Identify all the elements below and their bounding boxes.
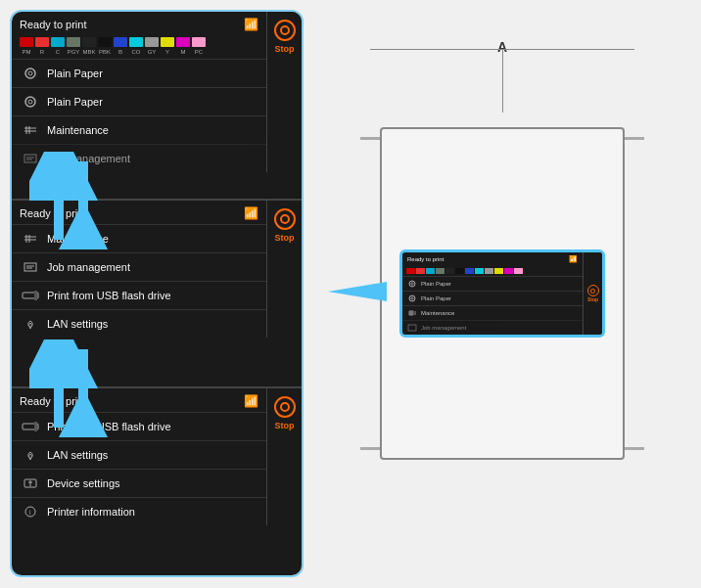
svg-marker-37	[328, 282, 387, 301]
mini-ink-pbk	[455, 268, 464, 274]
mini-plain-paper-2: Plain Paper	[421, 295, 451, 301]
menu-item-maintenance-2[interactable]: Maintenance	[12, 224, 266, 252]
printer-body: Ready to print 📶	[380, 127, 625, 460]
screen-section-1: Ready to print 📶	[12, 12, 302, 201]
usb-label-2: Print from USB flash drive	[47, 290, 171, 301]
ink-y	[161, 37, 174, 47]
stop-button-2[interactable]: Stop	[266, 201, 302, 338]
ink-co	[129, 37, 143, 47]
stop-button-1[interactable]: Stop	[266, 12, 302, 172]
lan-icon-2	[22, 317, 39, 331]
menu-item-info-3[interactable]: i Printer information	[12, 497, 266, 525]
maintenance-label-1: Maintenance	[47, 124, 109, 136]
wifi-icon-2: 📶	[244, 206, 258, 220]
mini-plain-paper-1: Plain Paper	[421, 281, 451, 287]
usb-icon-2	[22, 289, 39, 302]
menu-item-plain-paper-1[interactable]: Plain Paper	[12, 59, 266, 87]
svg-rect-8	[24, 155, 36, 162]
mini-maintenance-icon	[407, 309, 417, 317]
right-panel: A Ready to print 📶	[313, 10, 691, 577]
screen-section-2: Ready to print 📶 Maintenance	[12, 201, 302, 389]
pointer-arrow-svg	[328, 277, 387, 306]
status-text-1: Ready to print	[20, 19, 86, 30]
svg-rect-30	[34, 422, 37, 431]
mini-ink-mbk	[445, 268, 454, 274]
stop-label-3: Stop	[275, 421, 295, 430]
ink-c	[51, 37, 65, 47]
mini-menu-plain-paper-1: Plain Paper	[402, 276, 583, 291]
menu-item-device-3[interactable]: Device settings	[12, 469, 266, 497]
ink-gy	[145, 37, 159, 47]
ink-row-1	[12, 35, 266, 49]
ink-label-b: B	[114, 49, 127, 55]
wifi-icon-1: 📶	[244, 18, 258, 31]
ink-r	[35, 37, 49, 47]
stop-button-3[interactable]: Stop	[266, 388, 302, 525]
svg-point-39	[411, 283, 413, 285]
menu-item-maintenance-1[interactable]: Maintenance	[12, 115, 266, 144]
svg-point-24	[29, 327, 31, 329]
mini-job-icon	[407, 324, 417, 332]
mini-stop-inner	[590, 289, 595, 294]
ink-label-pbk: PBK	[98, 49, 112, 55]
maintenance-icon-1	[22, 123, 39, 137]
ink-label-row-1: PM R C PGY MBK PBK B CO GY Y M PC	[12, 49, 266, 59]
mini-ink-pgy	[436, 268, 444, 274]
mini-ink-co	[475, 268, 484, 274]
svg-point-2	[25, 97, 35, 107]
label-a-hline	[370, 49, 634, 50]
svg-point-40	[409, 295, 415, 301]
mini-stop-circle	[587, 285, 599, 296]
usb-label-3: Print from USB flash drive	[47, 421, 171, 432]
lan-label-2: LAN settings	[47, 318, 108, 330]
mini-menu-plain-paper-2: Plain Paper	[402, 291, 583, 305]
svg-rect-19	[24, 263, 36, 271]
ink-b	[114, 37, 127, 47]
mini-job-label: Job management	[421, 325, 466, 331]
left-panel: Ready to print 📶	[10, 10, 304, 577]
mini-paper-icon-2	[407, 294, 417, 302]
menu-item-lan-3[interactable]: LAN settings	[12, 440, 266, 469]
menu-item-usb-3[interactable]: Print from USB flash drive	[12, 412, 266, 440]
status-text-2: Ready to print	[20, 207, 86, 219]
menu-item-plain-paper-2[interactable]: Plain Paper	[12, 87, 266, 115]
menu-item-job-2[interactable]: Job management	[12, 252, 266, 281]
svg-point-3	[28, 100, 32, 104]
stop-circle-inner-2	[280, 214, 290, 224]
maintenance-label-2: Maintenance	[47, 233, 109, 245]
stop-circle-2	[274, 208, 296, 230]
paper-icon-1	[22, 67, 39, 80]
stop-circle-inner-3	[280, 402, 290, 412]
paper-icon-2	[22, 95, 39, 109]
mini-ink-row	[402, 266, 583, 276]
pointer-container	[328, 277, 387, 310]
lan-icon-3	[22, 448, 39, 462]
lan-label-3: LAN settings	[47, 449, 108, 461]
device-icon-3	[22, 476, 39, 490]
menu-item-job-1[interactable]: Job management	[12, 144, 266, 172]
svg-point-0	[25, 68, 35, 78]
ink-label-gy: GY	[145, 49, 159, 55]
mini-ink-pc	[514, 268, 523, 274]
job-label-2: Job management	[47, 261, 130, 273]
usb-icon-3	[22, 420, 39, 433]
mini-screen: Ready to print 📶	[399, 249, 605, 338]
mini-ink-y	[494, 268, 503, 274]
svg-point-38	[409, 281, 415, 287]
job-label-1: Job management	[47, 153, 130, 164]
ink-label-c: C	[51, 49, 65, 55]
label-a-line	[502, 49, 503, 113]
menu-item-lan-2[interactable]: LAN settings	[12, 309, 266, 338]
svg-point-31	[29, 458, 31, 460]
svg-rect-23	[34, 291, 37, 300]
ink-pgy	[67, 37, 80, 47]
device-label-3: Device settings	[47, 477, 120, 489]
ink-label-r: R	[35, 49, 49, 55]
mini-menu-maintenance: Maintenance	[402, 305, 583, 320]
mini-stop-label: Stop	[587, 296, 598, 302]
stop-circle-inner-1	[280, 25, 290, 35]
ink-label-co: CO	[129, 49, 143, 55]
mini-ink-pm	[406, 268, 415, 274]
menu-item-usb-2[interactable]: Print from USB flash drive	[12, 281, 266, 309]
maintenance-icon-2	[22, 232, 39, 246]
